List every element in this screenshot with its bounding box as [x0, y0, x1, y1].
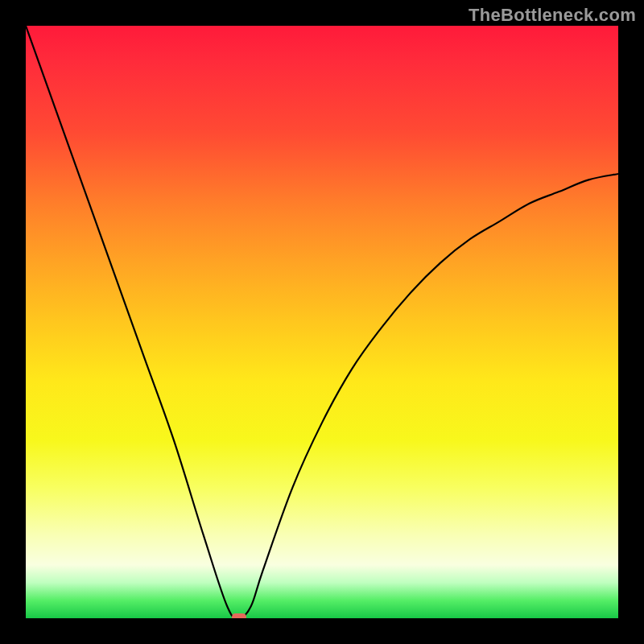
bottleneck-curve	[26, 26, 618, 618]
chart-frame: TheBottleneck.com	[0, 0, 644, 644]
plot-area	[26, 26, 618, 618]
watermark-text: TheBottleneck.com	[469, 5, 636, 26]
optimal-point-marker	[232, 613, 246, 618]
